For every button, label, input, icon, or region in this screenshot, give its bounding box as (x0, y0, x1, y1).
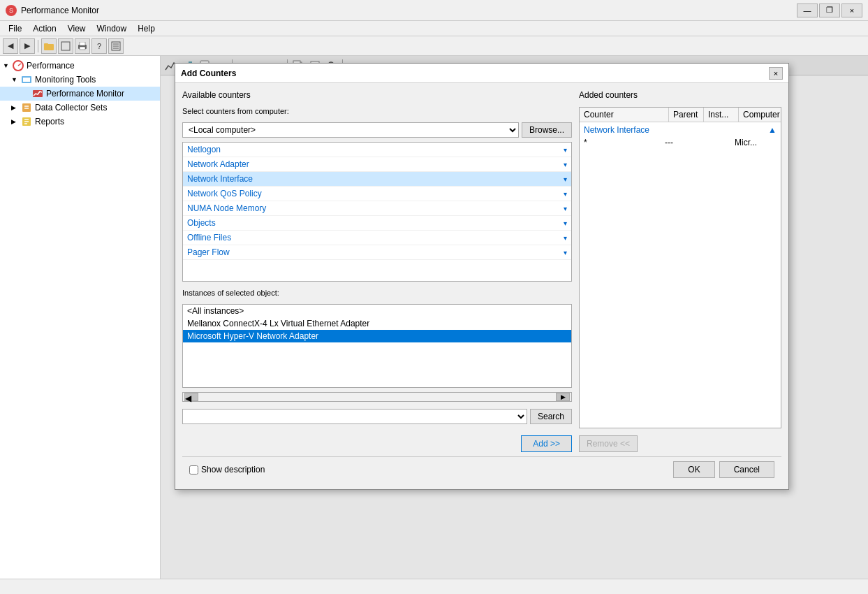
added-row-comp-val: Micr... (735, 138, 777, 147)
sidebar: ▼ Performance ▼ Monitoring Tools ▶ Perfo… (0, 56, 161, 579)
counter-arrow-netlogon: ▾ (564, 146, 567, 154)
counter-name-network-qos: Network QoS Policy (187, 189, 564, 198)
menu-action[interactable]: Action (27, 22, 61, 35)
add-btn[interactable]: Add >> (521, 435, 572, 452)
svg-rect-4 (80, 42, 85, 45)
ok-btn[interactable]: OK (673, 461, 714, 478)
svg-line-11 (18, 64, 21, 66)
added-row-inst-val (700, 138, 735, 147)
sidebar-performance-monitor[interactable]: ▶ Performance Monitor (0, 87, 160, 101)
counter-item-numa[interactable]: NUMA Node Memory ▾ (183, 201, 571, 216)
counter-item-pager-flow[interactable]: Pager Flow ▾ (183, 245, 571, 260)
counter-item-network-adapter[interactable]: Network Adapter ▾ (183, 157, 571, 172)
counter-item-objects[interactable]: Objects ▾ (183, 216, 571, 231)
restore-btn[interactable]: ❐ (819, 3, 840, 17)
sidebar-performance-root[interactable]: ▼ Performance (0, 59, 160, 73)
instances-hscrollbar[interactable]: ◀ ▶ (182, 392, 572, 402)
available-counters-label: Available counters (182, 90, 572, 100)
perf-monitor-icon (32, 88, 43, 99)
left-panel: Available counters Select counters from … (182, 90, 572, 452)
instance-all[interactable]: <All instances> (183, 305, 571, 317)
main-layout: ▼ Performance ▼ Monitoring Tools ▶ Perfo… (0, 56, 868, 579)
print-btn[interactable] (75, 38, 90, 54)
counter-list: Netlogon ▾ Network Adapter ▾ Network Int… (182, 142, 572, 282)
counter-name-numa: NUMA Node Memory (187, 203, 564, 213)
expand-icon-dcs: ▶ (11, 104, 20, 111)
sidebar-item-performance: Performance (27, 61, 75, 71)
folder-btn[interactable] (41, 38, 57, 54)
instance-hyperv[interactable]: Microsoft Hyper-V Network Adapter (183, 330, 571, 342)
computer-select-row: <Local computer> Browse... (182, 122, 572, 138)
expand-icon-monitoring: ▼ (11, 76, 20, 83)
add-counters-dialog: Add Counters × Available counters Select… (175, 63, 789, 490)
counter-arrow-pager-flow: ▾ (564, 249, 567, 256)
footer-btns: OK Cancel (673, 461, 774, 478)
dialog-close-btn[interactable]: × (769, 67, 783, 80)
app-icon: S (6, 5, 17, 16)
dialog-body: Available counters Select counters from … (175, 83, 788, 489)
counter-name-network-interface: Network Interface (187, 174, 564, 184)
search-row: Search (182, 409, 572, 424)
reports-icon (21, 116, 32, 127)
menu-bar: File Action View Window Help (0, 21, 868, 36)
remove-btn[interactable]: Remove << (579, 435, 638, 452)
computer-select[interactable]: <Local computer> (182, 122, 519, 138)
sidebar-item-perf-monitor: Performance Monitor (46, 89, 124, 99)
search-input[interactable] (182, 409, 527, 424)
dialog-panels: Available counters Select counters from … (182, 90, 781, 452)
toolbar-sep-1 (38, 40, 38, 52)
show-desc-row: Show description (189, 465, 265, 475)
counter-arrow-objects: ▾ (564, 219, 567, 227)
dialog-title: Add Counters (181, 68, 236, 78)
close-btn[interactable]: × (841, 3, 862, 17)
counter-name-netlogon: Netlogon (187, 145, 564, 154)
counter-arrow-network-qos: ▾ (564, 190, 567, 198)
hscroll-right-btn[interactable]: ▶ (556, 393, 570, 401)
title-bar: S Performance Monitor — ❐ × (0, 0, 868, 21)
dialog-footer: Show description OK Cancel (182, 456, 781, 482)
counter-item-offline-files[interactable]: Offline Files ▾ (183, 231, 571, 245)
status-bar (0, 579, 868, 594)
menu-view[interactable]: View (62, 22, 91, 35)
instances-label: Instances of selected object: (182, 289, 572, 297)
data-collector-icon (21, 102, 32, 113)
counter-name-network-adapter: Network Adapter (187, 159, 564, 169)
menu-help[interactable]: Help (132, 22, 161, 35)
view-btn[interactable] (58, 38, 73, 54)
group-scroll-icon: ▲ (768, 125, 777, 135)
instance-mellanox[interactable]: Mellanox ConnectX-4 Lx Virtual Ethernet … (183, 317, 571, 330)
added-group-network-interface: Network Interface ▲ (580, 124, 781, 136)
counter-name-pager-flow: Pager Flow (187, 247, 564, 257)
forward-btn[interactable]: ▶ (20, 38, 35, 54)
dialog-overlay: Add Counters × Available counters Select… (161, 56, 868, 579)
sidebar-reports[interactable]: ▶ Reports (0, 115, 160, 129)
sidebar-monitoring-tools[interactable]: ▼ Monitoring Tools (0, 73, 160, 87)
added-group-name: Network Interface (584, 125, 649, 135)
sidebar-data-collector-sets[interactable]: ▶ Data Collector Sets (0, 101, 160, 115)
menu-file[interactable]: File (3, 22, 27, 35)
added-row-star[interactable]: * --- Micr... (580, 136, 781, 149)
minimize-btn[interactable]: — (797, 3, 818, 17)
hscroll-left-btn[interactable]: ◀ (184, 393, 198, 401)
main-toolbar: ◀ ▶ ? (0, 36, 868, 56)
added-counters-box: Counter Parent Inst... Computer Network … (579, 107, 781, 428)
search-btn[interactable]: Search (530, 409, 572, 424)
extra-btn[interactable] (108, 38, 124, 54)
show-desc-checkbox[interactable] (189, 465, 198, 475)
sidebar-item-reports: Reports (35, 117, 64, 126)
show-desc-label: Show description (201, 465, 265, 475)
counter-arrow-network-adapter: ▾ (564, 161, 567, 168)
counter-item-network-interface[interactable]: Network Interface ▾ (183, 172, 571, 187)
counter-name-objects: Objects (187, 218, 564, 228)
counter-item-network-qos[interactable]: Network QoS Policy ▾ (183, 187, 571, 201)
counter-item-netlogon[interactable]: Netlogon ▾ (183, 143, 571, 157)
added-row-counter-val: * (584, 138, 665, 147)
menu-window[interactable]: Window (91, 22, 133, 35)
content-area: ▼ + ✖ ✏ ⏸ ⏭ Add Counters (161, 56, 868, 579)
back-btn[interactable]: ◀ (3, 38, 18, 54)
help-btn[interactable]: ? (91, 38, 107, 54)
browse-btn[interactable]: Browse... (522, 122, 572, 138)
cancel-btn[interactable]: Cancel (719, 461, 774, 478)
dialog-titlebar: Add Counters × (175, 64, 788, 83)
counter-name-offline-files: Offline Files (187, 233, 564, 242)
